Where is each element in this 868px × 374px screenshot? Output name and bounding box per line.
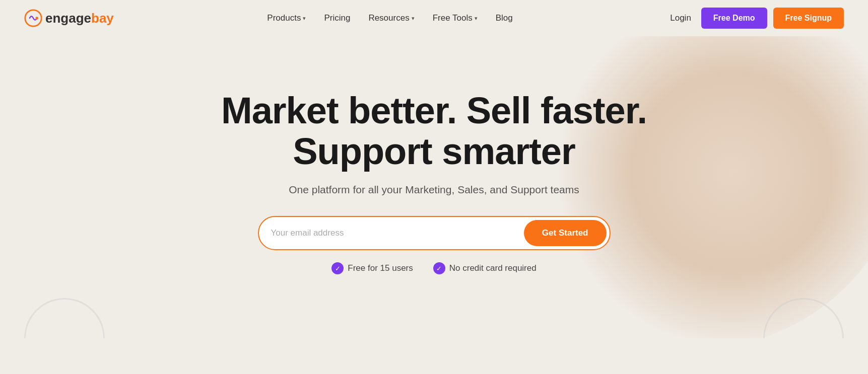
nav-free-tools-label: Free Tools [433,13,473,23]
check-icon-credit: ✓ [433,262,445,274]
free-signup-button[interactable]: Free Signup [773,8,844,29]
nav-item-blog[interactable]: Blog [496,13,513,23]
hero-content: Market better. Sell faster. Support smar… [221,90,647,275]
hero-headline-line1: Market better. Sell faster. [221,90,647,131]
nav-item-pricing[interactable]: Pricing [324,13,350,23]
main-nav: engagebay Products ▾ Pricing Resources ▾… [0,0,868,36]
nav-item-free-tools[interactable]: Free Tools ▾ [433,13,478,23]
email-form-wrapper: Get Started [221,216,647,250]
no-credit-card-label: No credit card required [449,263,537,273]
logo[interactable]: engagebay [24,9,114,27]
email-input[interactable] [271,228,524,238]
nav-item-products[interactable]: Products ▾ [267,13,306,23]
logo-bay-text: bay [91,11,114,26]
nav-pricing-label: Pricing [324,13,350,23]
nav-item-resources[interactable]: Resources ▾ [368,13,414,23]
logo-icon [24,9,42,27]
no-credit-card-badge: ✓ No credit card required [433,262,537,274]
bottom-hints [0,298,868,338]
chevron-down-icon: ▾ [475,15,478,22]
chevron-down-icon: ▾ [412,15,415,22]
email-form: Get Started [258,216,611,250]
arc-right-decoration [763,298,844,338]
login-link[interactable]: Login [666,13,695,23]
get-started-button[interactable]: Get Started [524,220,607,246]
hero-section: Market better. Sell faster. Support smar… [0,36,868,338]
hero-headline: Market better. Sell faster. Support smar… [221,90,647,172]
nav-resources-label: Resources [368,13,409,23]
free-users-badge: ✓ Free for 15 users [331,262,413,274]
trust-badges: ✓ Free for 15 users ✓ No credit card req… [221,262,647,274]
free-demo-button[interactable]: Free Demo [701,8,767,29]
chevron-down-icon: ▾ [303,15,306,22]
nav-blog-label: Blog [496,13,513,23]
nav-links: Products ▾ Pricing Resources ▾ Free Tool… [267,13,512,23]
svg-point-1 [36,17,38,19]
check-icon-users: ✓ [331,262,344,274]
free-users-label: Free for 15 users [348,263,413,273]
arc-left-decoration [24,298,105,338]
hero-subtext: One platform for all your Marketing, Sal… [221,184,647,196]
logo-engage-text: engage [45,11,91,26]
hero-headline-line2: Support smarter [293,130,575,172]
nav-actions: Login Free Demo Free Signup [666,8,844,29]
nav-products-label: Products [267,13,301,23]
